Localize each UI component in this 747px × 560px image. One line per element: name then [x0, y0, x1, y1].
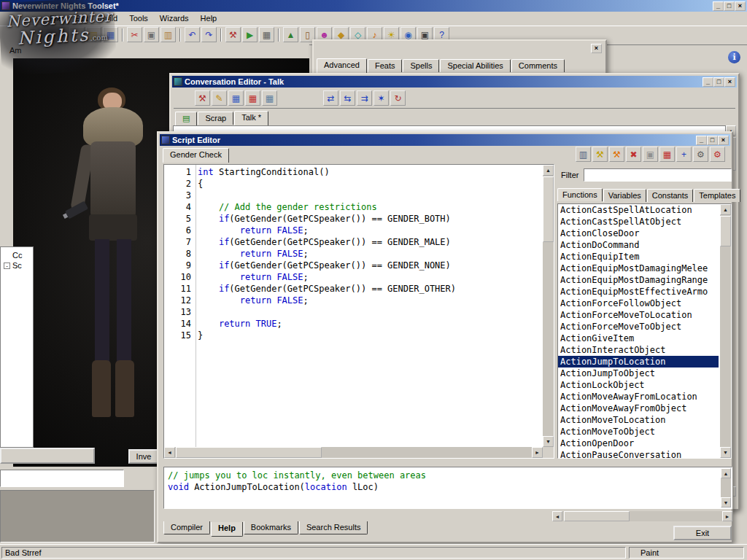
copy-icon[interactable]: ▣ [144, 27, 159, 42]
script-editor-titlebar[interactable]: Script Editor _□× [160, 134, 730, 146]
scroll-up-icon[interactable]: ▲ [720, 204, 731, 215]
minimize-button[interactable]: _ [696, 136, 707, 145]
build-module-icon[interactable]: ⚒ [225, 27, 241, 42]
new-module-icon[interactable]: ▤ [69, 27, 85, 42]
scroll-down-icon[interactable]: ▼ [721, 497, 731, 508]
menu-tools[interactable]: Tools [123, 12, 154, 25]
function-list-item[interactable]: ActionEquipMostDamagingMelee [558, 262, 719, 274]
palette-mode-button[interactable] [0, 448, 95, 464]
copy-node-icon[interactable]: ⇉ [357, 90, 372, 106]
tab-constants[interactable]: Constants [647, 189, 694, 202]
maximize-button[interactable]: □ [707, 136, 718, 145]
scroll-up-icon[interactable]: ▲ [543, 165, 554, 176]
function-list-item[interactable]: ActionPauseConversation [558, 449, 719, 459]
exit-button[interactable]: Exit [673, 526, 732, 540]
function-list-item[interactable]: ActionJumpToLocation [558, 356, 719, 368]
function-list-item[interactable]: ActionJumpToObject [558, 368, 719, 379]
compile-icon[interactable]: ⚒ [609, 147, 624, 162]
close-button[interactable]: × [735, 1, 746, 11]
tab-bookmarks[interactable]: Bookmarks [244, 521, 298, 534]
function-list-item[interactable]: ActionForceFollowObject [558, 298, 719, 309]
redo-icon[interactable]: ↷ [201, 27, 217, 42]
menu-build[interactable]: Build [94, 12, 123, 25]
scroll-right-icon[interactable]: ► [722, 511, 732, 521]
save-conversation-icon[interactable]: ▦ [228, 90, 244, 106]
help-horizontal-scrollbar[interactable]: ◄ ► [552, 511, 732, 521]
tab-help[interactable]: Help [211, 522, 243, 537]
link-node-icon[interactable]: ✶ [374, 90, 389, 106]
help-vertical-scrollbar[interactable]: ▲ ▼ [721, 468, 731, 508]
inventory-button[interactable]: Inve [128, 449, 159, 464]
function-list-item[interactable]: ActionOpenDoor [558, 438, 719, 449]
console-icon[interactable]: ▥ [576, 147, 591, 162]
function-list-item[interactable]: ActionCastSpellAtLocation [558, 204, 719, 216]
code-vertical-scrollbar[interactable]: ▲ ▼ [543, 165, 554, 447]
minimize-button[interactable]: _ [703, 77, 713, 87]
conversation-list-tab[interactable]: ▤ [175, 112, 197, 125]
find-icon[interactable]: ⚙ [693, 147, 708, 162]
refresh-tree-icon[interactable]: ↻ [390, 90, 406, 106]
function-list-item[interactable]: ActionDoCommand [558, 239, 719, 251]
function-list-item[interactable]: ActionForceMoveToLocation [558, 309, 719, 321]
function-list-item[interactable]: ActionMoveAwayFromLocation [558, 391, 719, 402]
scroll-right-icon[interactable]: ► [532, 447, 543, 458]
filter-input[interactable] [584, 168, 732, 182]
maximize-button[interactable]: □ [724, 1, 735, 11]
function-list-item[interactable]: ActionCloseDoor [558, 228, 719, 239]
scroll-up-icon[interactable]: ▲ [721, 468, 731, 478]
close-button[interactable]: × [718, 136, 729, 145]
terrain-paint-icon[interactable]: ▲ [283, 27, 298, 42]
scroll-left-icon[interactable]: ◄ [552, 511, 562, 521]
tab-search-results[interactable]: Search Results [299, 521, 368, 534]
tab-scrap[interactable]: Scrap [198, 112, 233, 125]
tab-spells[interactable]: Spells [403, 59, 439, 72]
close-button[interactable]: × [724, 77, 735, 87]
menu-help[interactable]: Help [195, 12, 223, 25]
close-button[interactable]: × [591, 44, 602, 53]
tab-templates[interactable]: Templates [694, 189, 740, 202]
tab-feats[interactable]: Feats [368, 59, 403, 72]
run-module-icon[interactable]: ▶ [242, 27, 258, 42]
tab-talk[interactable]: Talk * [234, 111, 268, 125]
conversation-editor-titlebar[interactable]: Conversation Editor - Talk _□× [172, 76, 737, 88]
function-list-item[interactable]: ActionEquipMostDamagingRange [558, 274, 719, 286]
function-list-item[interactable]: ActionLockObject [558, 379, 719, 391]
info-icon[interactable]: i [728, 51, 740, 63]
tab-advanced[interactable]: Advanced [317, 58, 367, 73]
code-text[interactable]: int StartingConditional(){ // Add the ge… [198, 166, 542, 447]
tab-functions[interactable]: Functions [557, 188, 603, 201]
tree-item-cc[interactable]: Cc [1, 250, 33, 260]
function-list-item[interactable]: ActionForceMoveToObject [558, 321, 719, 332]
tab-variables[interactable]: Variables [603, 189, 646, 202]
scroll-left-icon[interactable]: ◄ [164, 447, 175, 458]
code-editor[interactable]: 123456789101112131415 int StartingCondit… [163, 164, 554, 459]
function-list-item[interactable]: ActionInteractObject [558, 344, 719, 356]
view-table-icon[interactable]: ▦ [262, 90, 277, 106]
function-list-item[interactable]: ActionGiveItem [558, 332, 719, 344]
tab-comments[interactable]: Comments [511, 59, 565, 72]
tree-expander-icon[interactable]: - [4, 262, 10, 269]
scrollbar-thumb[interactable] [543, 176, 554, 242]
breakpoint-icon[interactable]: ▣ [643, 147, 658, 162]
tab-gender-check[interactable]: Gender Check [163, 148, 229, 163]
menu-file[interactable]: File [44, 12, 69, 25]
replace-icon[interactable]: ⚙ [710, 147, 725, 162]
function-list-item[interactable]: ActionMoveToObject [558, 426, 719, 438]
maximize-button[interactable]: □ [713, 77, 724, 87]
function-list-item[interactable]: ActionEquipItem [558, 251, 719, 262]
paste-icon[interactable]: ▥ [160, 27, 176, 42]
add-starting-node-icon[interactable]: ⇆ [340, 90, 355, 106]
scrollbar-thumb[interactable] [176, 447, 322, 458]
scrollbar-thumb[interactable] [720, 216, 731, 246]
edit-node-icon[interactable]: ✎ [212, 90, 227, 106]
code-horizontal-scrollbar[interactable]: ◄ ► [164, 447, 543, 458]
save-all-icon[interactable]: ▦ [245, 90, 260, 106]
main-window-titlebar[interactable]: Neverwinter Nights Toolset* _□× [0, 0, 747, 12]
function-list-item[interactable]: ActionMoveAwayFromObject [558, 402, 719, 414]
compile-run-icon[interactable]: ⚒ [592, 147, 608, 162]
open-module-icon[interactable]: ▥ [86, 27, 101, 42]
function-list-item[interactable]: ActionEquipMostEffectiveArmo [558, 286, 719, 298]
function-list-scrollbar[interactable]: ▲ ▼ [720, 204, 731, 458]
scroll-down-icon[interactable]: ▼ [720, 447, 731, 458]
scrollbar-thumb[interactable] [564, 511, 630, 521]
